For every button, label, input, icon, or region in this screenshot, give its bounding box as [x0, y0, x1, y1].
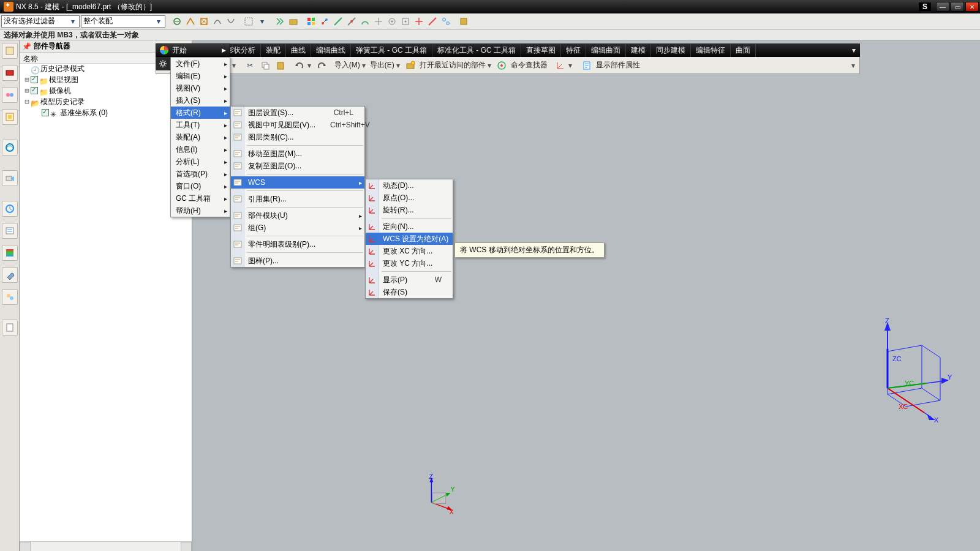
menu-item[interactable]: 视图(V): [171, 82, 230, 94]
menu-item[interactable]: 更改 YC 方向...: [366, 257, 453, 269]
showprops-label[interactable]: 显示部件属性: [595, 60, 641, 70]
tree-row[interactable]: ⊞📁模型视图: [20, 75, 192, 86]
ribbon-tab[interactable]: 装配: [261, 43, 286, 57]
dock-part-nav-icon[interactable]: [2, 65, 18, 81]
tb-icon[interactable]: ▾: [256, 15, 268, 28]
menu-item[interactable]: 格式(R): [171, 107, 230, 119]
ribbon-tab[interactable]: 曲面: [731, 43, 756, 57]
menu-item[interactable]: 分析(L): [171, 156, 230, 168]
export-label[interactable]: 导出(E): [369, 60, 396, 70]
menu-item[interactable]: 引用集(R)...: [231, 193, 364, 205]
csys-icon[interactable]: [553, 58, 568, 73]
recent-icon[interactable]: [403, 58, 418, 73]
menu-item[interactable]: 定向(N)...: [366, 220, 453, 233]
ribbon-tab[interactable]: 弹簧工具 - GC 工具箱: [351, 43, 432, 57]
menu-item[interactable]: 图层设置(S)...Ctrl+L: [231, 107, 364, 119]
menu-item[interactable]: 编辑(E): [171, 70, 230, 82]
copy-icon[interactable]: [258, 58, 273, 73]
tree-row[interactable]: ⊞📁摄像机: [20, 86, 192, 97]
tb-icon[interactable]: [413, 15, 425, 28]
tb-icon[interactable]: [332, 15, 344, 28]
menu-item[interactable]: GC 工具箱: [171, 192, 230, 204]
menu-item[interactable]: WCS: [231, 176, 364, 189]
cmdfinder-icon[interactable]: [494, 58, 509, 73]
ribbon-tab[interactable]: 直接草图: [521, 43, 561, 57]
h-scrollbar[interactable]: [20, 541, 192, 551]
menu-item[interactable]: 信息(I): [171, 143, 230, 156]
tb-icon[interactable]: [225, 15, 237, 28]
menu-item[interactable]: 视图中可见图层(V)...Ctrl+Shift+V: [231, 119, 364, 131]
tb-icon[interactable]: [386, 15, 398, 28]
filter-type-combo[interactable]: 没有选择过滤器▾: [1, 15, 80, 28]
import-label[interactable]: 导入(M): [333, 60, 361, 70]
dock-wrench-icon[interactable]: [2, 267, 18, 283]
dock-constraint-nav-icon[interactable]: [2, 87, 18, 103]
dock-reuse-icon[interactable]: [2, 109, 18, 125]
menu-item[interactable]: 移动至图层(M)...: [231, 148, 364, 160]
tb-icon[interactable]: [426, 15, 439, 28]
tb-icon[interactable]: [318, 15, 331, 28]
ribbon-tab[interactable]: 编辑曲线: [311, 43, 351, 57]
tb-icon[interactable]: [305, 15, 317, 28]
dock-roles-icon[interactable]: [2, 289, 18, 305]
tb-icon[interactable]: [287, 15, 300, 28]
paste-icon[interactable]: [273, 58, 288, 73]
props-icon[interactable]: [579, 58, 594, 73]
tb-icon[interactable]: [359, 15, 371, 28]
menu-item[interactable]: 显示(P)W: [366, 274, 453, 286]
tb-icon[interactable]: [440, 15, 452, 28]
menu-item[interactable]: 部件模块(U): [231, 209, 364, 222]
ribbon-tab[interactable]: 曲线: [286, 43, 311, 57]
dock-ie-icon[interactable]: [2, 140, 18, 156]
cut-icon[interactable]: ✂: [243, 58, 257, 73]
pin-icon[interactable]: 📌: [22, 42, 31, 51]
ribbon-tab[interactable]: 建模: [626, 43, 651, 57]
close-button[interactable]: ✕: [965, 2, 979, 12]
tb-icon[interactable]: [274, 15, 286, 28]
tb-icon[interactable]: [171, 15, 183, 28]
menu-item[interactable]: 保存(S): [366, 286, 453, 298]
tb-icon[interactable]: [372, 15, 385, 28]
dock-history-icon[interactable]: [2, 201, 18, 217]
tb-icon[interactable]: [345, 15, 358, 28]
filter-scope-combo[interactable]: 整个装配▾: [81, 15, 165, 28]
tb-icon[interactable]: [458, 15, 470, 28]
minimize-button[interactable]: —: [936, 2, 949, 12]
col-name[interactable]: 名称: [20, 53, 156, 63]
ribbon-tab[interactable]: 标准化工具 - GC 工具箱: [432, 43, 521, 57]
menu-item[interactable]: 帮助(H): [171, 204, 230, 217]
menu-item[interactable]: 动态(D)...: [366, 179, 453, 192]
menu-item[interactable]: 文件(F): [171, 58, 230, 70]
tb-icon[interactable]: [198, 15, 210, 28]
dock-pmi-icon[interactable]: [2, 223, 18, 239]
undo-icon[interactable]: [292, 58, 307, 73]
menu-item[interactable]: 窗口(O): [171, 180, 230, 192]
menu-item[interactable]: 图样(P)...: [231, 255, 364, 267]
tb-icon[interactable]: [243, 15, 255, 28]
menu-item[interactable]: 组(G): [231, 222, 364, 234]
dock-sheet-icon[interactable]: [2, 320, 18, 335]
menu-item[interactable]: 原点(O)...: [366, 192, 453, 204]
cmdfinder-label[interactable]: 命令查找器: [510, 60, 549, 70]
menu-item[interactable]: 零件明细表级别(P)...: [231, 238, 364, 250]
toolbar-overflow-icon[interactable]: ▾: [851, 61, 858, 70]
redo-icon[interactable]: [314, 58, 329, 73]
menu-item[interactable]: 首选项(P): [171, 168, 230, 180]
menu-item[interactable]: WCS 设置为绝对(A): [366, 233, 453, 245]
menu-item[interactable]: 装配(A): [171, 131, 230, 143]
recent-label[interactable]: 打开最近访问的部件: [418, 60, 487, 70]
tabstrip-overflow-icon[interactable]: ▾: [848, 43, 860, 57]
menu-item[interactable]: 插入(S): [171, 94, 230, 107]
tb-icon[interactable]: [211, 15, 224, 28]
menu-item[interactable]: 复制至图层(O)...: [231, 160, 364, 172]
dock-color-icon[interactable]: [2, 245, 18, 261]
dock-camera-icon[interactable]: [2, 170, 18, 186]
ribbon-tab[interactable]: 编辑特征: [691, 43, 731, 57]
dock-assembly-nav-icon[interactable]: [2, 43, 18, 59]
ribbon-tab[interactable]: 同步建模: [651, 43, 691, 57]
menu-item[interactable]: 旋转(R)...: [366, 204, 453, 216]
tb-icon[interactable]: [184, 15, 197, 28]
tree-row[interactable]: ⊟📂模型历史记录: [20, 97, 192, 108]
tree-row[interactable]: ✳基准坐标系 (0)61: [20, 108, 192, 119]
customize-gear-icon[interactable]: [156, 57, 170, 70]
